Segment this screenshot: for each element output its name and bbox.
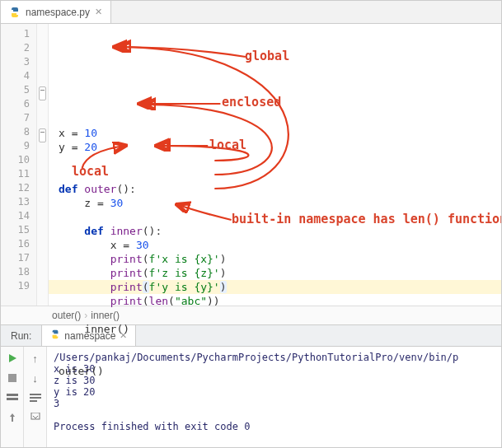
code-line[interactable]: inner() [49, 322, 501, 336]
svg-rect-2 [7, 398, 18, 400]
code-line[interactable] [49, 154, 501, 168]
line-number: 2 [1, 41, 36, 55]
code-line[interactable]: def inner(): [49, 224, 501, 238]
file-tab[interactable]: namespace.py ✕ [1, 1, 111, 23]
line-number: 18 [1, 265, 36, 279]
scroll-to-end-icon[interactable] [29, 411, 42, 424]
line-number: 11 [1, 167, 36, 181]
svg-rect-1 [7, 394, 18, 396]
run-label: Run: [1, 330, 41, 342]
code-area[interactable]: global enclosed local local built-in nam… [49, 24, 501, 306]
svg-rect-0 [8, 374, 16, 382]
code-line[interactable]: print(f'x is {x}') [49, 252, 501, 266]
code-line[interactable] [49, 210, 501, 224]
file-tab-label: namespace.py [26, 7, 90, 18]
code-line[interactable] [49, 168, 501, 182]
line-number: 9 [1, 139, 36, 153]
annotation-global: global [245, 49, 289, 63]
line-number: 10 [1, 153, 36, 167]
line-number: 13 [1, 195, 36, 209]
run-toolbar-left [1, 347, 24, 448]
code-line[interactable]: print(f'y is {y}') [49, 280, 501, 294]
svg-rect-5 [30, 400, 37, 402]
line-number: 8 [1, 125, 36, 139]
layout-icon[interactable] [6, 391, 19, 404]
stop-icon[interactable] [6, 371, 19, 385]
line-number: 17 [1, 251, 36, 265]
line-number: 1 [1, 27, 36, 41]
svg-rect-3 [30, 394, 41, 395]
close-icon[interactable]: ✕ [95, 7, 102, 17]
rerun-icon[interactable] [6, 352, 19, 365]
line-number: 14 [1, 209, 36, 223]
pin-icon[interactable] [6, 411, 19, 424]
code-line[interactable]: outer() [49, 364, 501, 378]
line-number: 19 [1, 279, 36, 293]
annotation-enclosed: enclosed [222, 95, 281, 110]
line-number: 15 [1, 223, 36, 237]
down-icon[interactable]: ↓ [29, 371, 42, 385]
line-number-gutter: 12345678910111213141516171819 [1, 24, 37, 306]
code-line[interactable]: y = 20 [49, 140, 501, 154]
code-line[interactable] [49, 336, 501, 350]
code-line[interactable]: print(f'z is {z}') [49, 266, 501, 280]
up-icon[interactable]: ↑ [29, 352, 42, 365]
line-number: 7 [1, 111, 36, 125]
soft-wrap-icon[interactable] [29, 391, 42, 404]
python-file-icon [9, 7, 21, 18]
code-line[interactable] [49, 308, 501, 322]
run-toolbar-sub: ↑ ↓ [24, 347, 47, 448]
code-line[interactable]: def outer(): [49, 182, 501, 196]
code-line[interactable] [49, 378, 501, 392]
code-line[interactable]: x = 30 [49, 238, 501, 252]
editor[interactable]: 12345678910111213141516171819 [1, 24, 501, 306]
code-line[interactable] [49, 350, 501, 364]
line-number: 3 [1, 55, 36, 69]
tab-bar: namespace.py ✕ [1, 1, 501, 24]
code-line[interactable]: x = 10 [49, 126, 501, 140]
code-line[interactable]: print(len("abc")) [49, 294, 501, 308]
code-line[interactable]: z = 30 [49, 196, 501, 210]
line-number: 12 [1, 181, 36, 195]
fold-gutter [37, 24, 49, 306]
line-number: 16 [1, 237, 36, 251]
line-number: 4 [1, 69, 36, 83]
line-number: 5 [1, 83, 36, 97]
line-number: 6 [1, 97, 36, 111]
svg-rect-4 [30, 397, 41, 399]
